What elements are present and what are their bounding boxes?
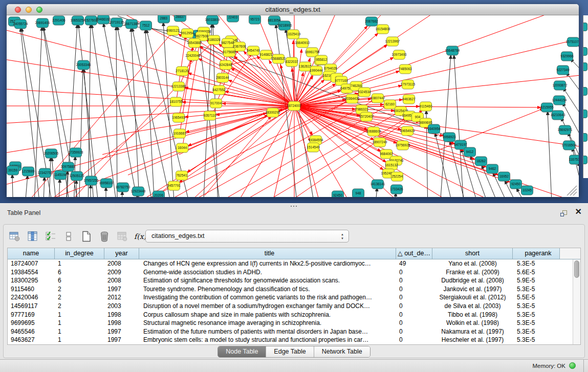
table-row[interactable]: 1938455462009Genome-wide association stu… [8, 268, 580, 277]
network-node[interactable]: 9324534 [358, 87, 371, 97]
network-node[interactable]: 16952 [498, 172, 510, 181]
network-node[interactable]: 8322037 [285, 57, 298, 67]
network-node[interactable]: 62160 [384, 100, 396, 109]
network-node[interactable]: 2803144 [216, 73, 229, 82]
network-node[interactable]: 1145194 [54, 170, 67, 180]
network-node[interactable]: 12505125 [70, 171, 84, 181]
network-node[interactable]: 9115460 [420, 102, 432, 111]
network-node[interactable]: 9329966 [560, 52, 574, 61]
network-node[interactable]: 1810755 [169, 97, 183, 106]
network-node[interactable]: 9267110 [204, 111, 216, 120]
network-node[interactable]: 16671385 [124, 19, 139, 29]
column-header-in_degree[interactable]: in_degree [55, 248, 104, 259]
network-node[interactable]: 28837 [175, 15, 186, 21]
network-node[interactable]: 13325419 [286, 30, 301, 39]
network-node[interactable]: 1514549 [307, 143, 320, 152]
network-node[interactable]: 8958923 [443, 133, 456, 142]
network-node[interactable]: 2883 [158, 15, 170, 23]
network-node[interactable]: 9463627 [402, 95, 416, 104]
network-node[interactable]: 252254 [391, 172, 403, 181]
network-node[interactable]: 20206506 [44, 149, 59, 158]
network-node[interactable]: 18724007 [287, 101, 302, 111]
network-node[interactable]: 19654923 [400, 126, 415, 136]
network-node[interactable]: 30975887 [61, 162, 76, 171]
table-selector-dropdown[interactable]: citations_edges.txt ▲▼ [145, 230, 349, 243]
network-node[interactable]: 12213389 [171, 82, 186, 91]
network-node[interactable]: 917004 [210, 99, 222, 108]
float-window-icon[interactable] [560, 210, 569, 218]
network-node[interactable]: 1640954 [427, 124, 441, 134]
network-node[interactable]: 9912954 [181, 29, 194, 38]
table-scrollbar[interactable] [573, 259, 580, 344]
network-node[interactable]: 17016504 [562, 141, 577, 150]
column-header-short[interactable]: short [432, 248, 513, 259]
network-node[interactable]: 10688609 [366, 127, 381, 136]
network-node[interactable]: 2291406 [52, 16, 66, 25]
column-header-title[interactable]: title [139, 248, 396, 259]
column-header-year[interactable]: year [104, 248, 139, 259]
network-node[interactable]: 95723 [249, 15, 261, 24]
network-node[interactable]: 8215955 [540, 103, 554, 112]
tab-network-table[interactable]: Network Table [314, 346, 370, 357]
network-node[interactable]: 16640910 [295, 38, 310, 48]
function-builder-icon[interactable]: f(x) [134, 230, 146, 243]
network-node[interactable]: 948 [353, 189, 364, 197]
network-node[interactable]: 10807447 [371, 94, 385, 103]
network-node[interactable]: 24055724 [13, 19, 28, 29]
splitter-grip-icon[interactable] [290, 205, 298, 208]
table-row[interactable]: 1830029562008Estimation of significance … [8, 276, 580, 285]
network-node[interactable]: 7485063 [399, 64, 412, 74]
network-canvas-svg[interactable]: 2530324055724206914062291406106532571527… [7, 15, 579, 197]
select-all-icon[interactable] [45, 230, 57, 243]
column-header-name[interactable]: name [8, 248, 55, 259]
table-row[interactable]: 946554611997Estimation of the future num… [8, 327, 580, 336]
network-node[interactable]: 7512 [140, 21, 152, 30]
table-row[interactable]: 1872400712008Changes of HCN gene express… [8, 259, 580, 268]
network-node[interactable]: 10653257 [71, 16, 85, 25]
tab-node-table[interactable]: Node Table [218, 346, 266, 357]
network-node[interactable]: 12923448 [131, 187, 146, 196]
table-row[interactable]: 946362711997Embryonic stem cells: a mode… [8, 336, 580, 344]
network-node[interactable]: 1916687 [173, 129, 186, 138]
network-node[interactable]: 1167534 [569, 155, 579, 164]
tab-edge-table[interactable]: Edge Table [266, 346, 314, 357]
table-row[interactable]: 911546021997Tourette syndrome. Phenomeno… [8, 285, 580, 294]
delete-table-icon[interactable] [98, 230, 111, 243]
table-scrollbar-thumb[interactable] [574, 260, 579, 278]
network-node[interactable]: 15692971 [558, 125, 573, 135]
network-canvas[interactable]: 2530324055724206914062291406106532571527… [7, 15, 579, 197]
network-node[interactable]: 15720407 [359, 112, 374, 121]
table-row[interactable]: 969969511998Structural magnetic resonanc… [8, 319, 580, 327]
network-node[interactable]: 8960123 [166, 26, 180, 35]
network-node[interactable]: 92450 [332, 191, 344, 197]
network-node[interactable]: 14136141 [371, 180, 385, 189]
network-node[interactable]: 16543882 [187, 38, 202, 48]
show-column-icon[interactable] [27, 230, 39, 243]
network-node[interactable]: 18907249 [373, 138, 387, 147]
network-node[interactable]: 20053346 [76, 60, 91, 70]
table-row[interactable]: 1456911722003Disruption of a novel membe… [8, 302, 580, 311]
column-header-out_degree[interactable]: △ out_de… [396, 248, 432, 259]
network-node[interactable]: 10245 [521, 186, 533, 195]
network-node[interactable]: 18262 [475, 157, 487, 166]
network-node[interactable]: 16154808 [376, 25, 390, 34]
table-settings-icon[interactable] [9, 230, 21, 243]
network-node[interactable]: 22403 [227, 15, 239, 22]
network-window-titlebar[interactable]: citations_edges.txt [7, 4, 579, 15]
network-node[interactable]: 17973115 [401, 80, 416, 89]
network-node[interactable]: 12444154 [552, 96, 567, 105]
network-node[interactable]: 15688520 [271, 54, 286, 63]
network-node[interactable]: 9457791 [167, 181, 181, 190]
network-node[interactable]: 762541 [176, 171, 188, 180]
network-node[interactable]: 8186328 [207, 35, 221, 45]
network-node[interactable]: 9242848 [219, 60, 232, 70]
network-node[interactable]: 19756928 [396, 141, 410, 150]
close-icon[interactable]: ✕ [575, 208, 582, 216]
network-node[interactable]: 22420046 [186, 51, 201, 60]
network-node[interactable]: 1215689 [21, 167, 35, 176]
network-node[interactable]: 92450 [510, 180, 522, 189]
network-node[interactable]: 12093872 [553, 81, 568, 90]
network-node[interactable]: 2718120 [176, 67, 189, 76]
network-node[interactable]: 20364436 [345, 94, 360, 103]
network-node[interactable]: 16648784 [445, 46, 460, 55]
